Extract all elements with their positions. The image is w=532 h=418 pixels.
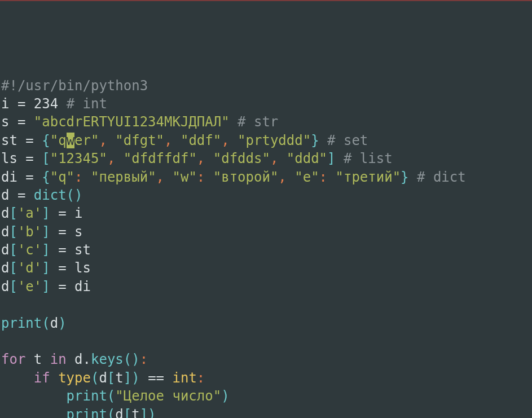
code-token: : (140, 351, 148, 367)
code-token (50, 260, 58, 276)
code-line[interactable]: di = {"q": "первый", "w": "второй", "e":… (1, 168, 531, 186)
code-token (1, 407, 67, 418)
code-token (164, 169, 172, 185)
code-token: dict (34, 187, 67, 203)
code-token (115, 151, 123, 166)
code-line[interactable]: d = dict() (1, 186, 531, 204)
code-line[interactable]: st = {"qwer", "dfgt", "ddf", "prtyddd"} … (1, 131, 531, 149)
code-token: d. (67, 351, 91, 367)
code-token: d (50, 315, 58, 331)
code-token (173, 133, 181, 148)
code-token: , (107, 151, 115, 166)
code-line[interactable]: #!/usr/bin/python3 (1, 77, 531, 95)
code-token: st (67, 242, 91, 258)
code-token: "q (50, 133, 67, 148)
code-token: ls (1, 151, 25, 166)
code-token: # list (344, 151, 393, 166)
code-token (1, 370, 34, 386)
code-token: # str (238, 114, 278, 130)
code-token: = (58, 205, 66, 221)
code-token (230, 133, 238, 148)
code-token: [ (9, 224, 17, 240)
code-token: () (67, 187, 83, 203)
code-token: 234 (34, 96, 58, 112)
code-token: = (25, 151, 33, 166)
code-token: = (25, 133, 33, 148)
code-token: 'b' (17, 224, 42, 240)
code-token: "ddf" (181, 133, 221, 148)
code-line[interactable] (1, 296, 531, 314)
code-token: = (17, 96, 25, 112)
code-token: "третий" (336, 169, 401, 185)
code-token: "dfdffdf" (124, 151, 197, 166)
code-token: , (197, 151, 205, 166)
code-token: 'e' (17, 279, 42, 294)
code-token: ( (42, 315, 50, 331)
code-token: () (124, 351, 140, 367)
code-token: d (1, 242, 9, 258)
code-token: { (42, 169, 50, 185)
code-token: ] (42, 224, 50, 240)
code-token: = (58, 224, 66, 240)
code-token (140, 370, 148, 386)
code-token: == (148, 370, 164, 386)
code-token: di (1, 169, 25, 185)
code-token: di (67, 279, 91, 294)
code-token: s (1, 114, 17, 130)
code-token: "второй" (213, 169, 279, 185)
code-editor[interactable]: #!/usr/bin/python3i = 234 # ints = "abcd… (1, 77, 531, 418)
code-line[interactable]: d['c'] = st (1, 241, 531, 259)
code-line[interactable] (1, 332, 531, 350)
code-line[interactable]: d['d'] = ls (1, 259, 531, 277)
code-token: "12345" (50, 151, 107, 166)
code-line[interactable]: ls = ["12345", "dfdffdf", "dfdds", "ddd"… (1, 149, 531, 168)
code-line[interactable]: print(d) (1, 314, 531, 332)
code-line[interactable]: print(d[t]) (1, 406, 531, 418)
code-token: ]) (140, 407, 156, 418)
code-line[interactable]: for t in d.keys(): (1, 350, 531, 368)
code-token: d (1, 260, 9, 276)
code-token (1, 388, 67, 404)
code-token: st (1, 133, 25, 148)
code-token: print (67, 388, 107, 404)
code-line[interactable]: d['a'] = i (1, 204, 531, 222)
code-token: ]) (124, 370, 140, 386)
code-token: , (99, 133, 107, 148)
code-line[interactable]: d['b'] = s (1, 223, 531, 241)
code-token: : (197, 169, 205, 185)
code-line[interactable]: i = 234 # int (1, 95, 531, 113)
code-token: type (58, 370, 91, 386)
code-token (164, 370, 172, 386)
code-token: w (67, 133, 74, 148)
code-token: } (401, 169, 408, 185)
code-token: ls (67, 260, 91, 276)
code-token: i (1, 96, 17, 112)
code-token: } (311, 133, 319, 148)
code-token (34, 169, 42, 185)
code-token (205, 151, 213, 166)
code-token (278, 151, 286, 166)
code-token: print (1, 315, 42, 331)
code-line[interactable]: d['e'] = di (1, 278, 531, 296)
code-token: # set (327, 133, 368, 148)
code-token: = (17, 114, 25, 130)
code-token: 'd' (17, 260, 42, 276)
code-token (50, 205, 58, 221)
code-token: , (164, 133, 172, 148)
code-token (409, 169, 417, 185)
code-line[interactable]: s = "abcdrERTYUI1234МКЈДПАЛ" # str (1, 113, 531, 131)
code-line[interactable]: print("Целое число") (1, 387, 531, 405)
code-token: t (115, 370, 123, 386)
code-token: t (131, 407, 139, 418)
code-token: [ (124, 407, 131, 418)
code-token: i (67, 205, 83, 221)
code-token: ) (58, 315, 66, 331)
code-token (287, 169, 294, 185)
code-token: "q" (50, 169, 74, 185)
code-line[interactable]: if type(d[t]) == int: (1, 369, 531, 387)
code-token (319, 133, 327, 148)
code-token (205, 169, 213, 185)
code-token: ] (42, 205, 50, 221)
code-token: for (1, 351, 25, 367)
code-token (25, 187, 33, 203)
